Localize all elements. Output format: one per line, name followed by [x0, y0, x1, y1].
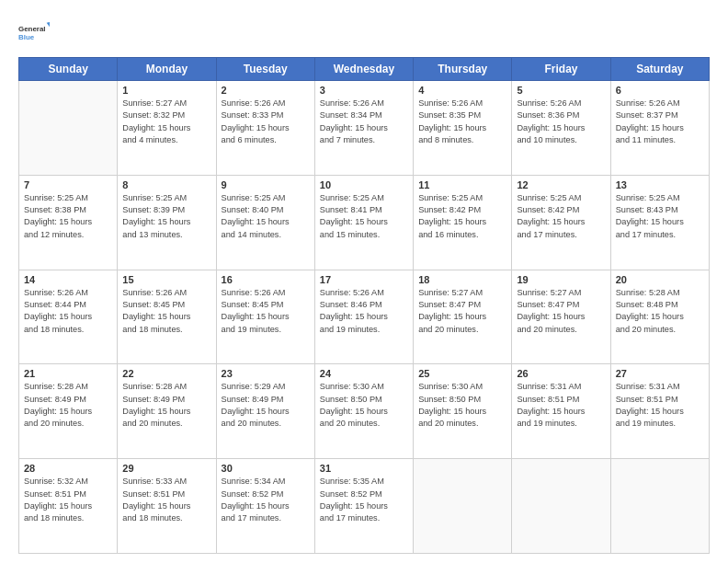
day-content: Sunrise: 5:29 AMSunset: 8:49 PMDaylight:… — [222, 381, 310, 430]
table-row: 24Sunrise: 5:30 AMSunset: 8:50 PMDayligh… — [314, 364, 413, 459]
day-content: Sunrise: 5:25 AMSunset: 8:38 PMDaylight:… — [24, 192, 112, 241]
calendar-week-row: 7Sunrise: 5:25 AMSunset: 8:38 PMDaylight… — [19, 175, 710, 270]
day-number: 11 — [418, 179, 506, 190]
col-monday: Monday — [118, 58, 216, 81]
day-number: 2 — [222, 85, 310, 96]
table-row: 1Sunrise: 5:27 AMSunset: 8:32 PMDaylight… — [118, 81, 216, 176]
col-sunday: Sunday — [19, 58, 118, 81]
table-row: 15Sunrise: 5:26 AMSunset: 8:45 PMDayligh… — [118, 270, 216, 364]
page: General Blue Sunday Monday Tuesday Wedne… — [0, 0, 728, 563]
day-number: 19 — [517, 274, 605, 285]
day-number: 4 — [418, 85, 506, 96]
table-row: 7Sunrise: 5:25 AMSunset: 8:38 PMDaylight… — [19, 175, 118, 270]
day-number: 13 — [616, 179, 704, 190]
day-content: Sunrise: 5:25 AMSunset: 8:41 PMDaylight:… — [320, 192, 408, 241]
table-row: 12Sunrise: 5:25 AMSunset: 8:42 PMDayligh… — [512, 175, 610, 270]
day-content: Sunrise: 5:25 AMSunset: 8:39 PMDaylight:… — [122, 192, 210, 241]
table-row: 3Sunrise: 5:26 AMSunset: 8:34 PMDaylight… — [314, 81, 413, 176]
day-number: 28 — [24, 463, 112, 474]
day-content: Sunrise: 5:27 AMSunset: 8:32 PMDaylight:… — [122, 98, 210, 146]
day-content: Sunrise: 5:25 AMSunset: 8:42 PMDaylight:… — [517, 192, 605, 241]
table-row: 17Sunrise: 5:26 AMSunset: 8:46 PMDayligh… — [314, 270, 413, 364]
day-content: Sunrise: 5:26 AMSunset: 8:34 PMDaylight:… — [320, 98, 408, 146]
day-number: 25 — [418, 368, 506, 379]
table-row: 26Sunrise: 5:31 AMSunset: 8:51 PMDayligh… — [512, 364, 610, 459]
table-row: 18Sunrise: 5:27 AMSunset: 8:47 PMDayligh… — [414, 270, 512, 364]
table-row — [19, 81, 118, 176]
day-number: 17 — [320, 274, 408, 285]
logo-icon: General Blue — [18, 17, 50, 48]
day-content: Sunrise: 5:26 AMSunset: 8:37 PMDaylight:… — [616, 98, 704, 146]
day-content: Sunrise: 5:33 AMSunset: 8:51 PMDaylight:… — [122, 476, 210, 524]
day-content: Sunrise: 5:25 AMSunset: 8:42 PMDaylight:… — [418, 192, 506, 241]
svg-marker-2 — [47, 22, 50, 28]
day-content: Sunrise: 5:34 AMSunset: 8:52 PMDaylight:… — [222, 476, 310, 524]
day-number: 1 — [122, 85, 210, 96]
day-number: 26 — [517, 368, 605, 379]
day-number: 3 — [320, 85, 408, 96]
day-number: 8 — [122, 179, 210, 190]
table-row: 14Sunrise: 5:26 AMSunset: 8:44 PMDayligh… — [19, 270, 118, 364]
day-number: 20 — [616, 274, 704, 285]
table-row: 6Sunrise: 5:26 AMSunset: 8:37 PMDaylight… — [610, 81, 709, 176]
table-row — [610, 459, 709, 554]
table-row: 13Sunrise: 5:25 AMSunset: 8:43 PMDayligh… — [610, 175, 709, 270]
day-number: 15 — [122, 274, 210, 285]
day-content: Sunrise: 5:26 AMSunset: 8:35 PMDaylight:… — [418, 98, 506, 146]
day-number: 7 — [24, 179, 112, 190]
day-content: Sunrise: 5:32 AMSunset: 8:51 PMDaylight:… — [24, 476, 112, 524]
table-row: 29Sunrise: 5:33 AMSunset: 8:51 PMDayligh… — [118, 459, 216, 554]
table-row: 2Sunrise: 5:26 AMSunset: 8:33 PMDaylight… — [216, 81, 314, 176]
day-content: Sunrise: 5:26 AMSunset: 8:36 PMDaylight:… — [517, 98, 605, 146]
table-row — [414, 459, 512, 554]
day-number: 22 — [122, 368, 210, 379]
day-number: 24 — [320, 368, 408, 379]
day-number: 30 — [222, 463, 310, 474]
calendar-week-row: 1Sunrise: 5:27 AMSunset: 8:32 PMDaylight… — [19, 81, 710, 176]
day-content: Sunrise: 5:31 AMSunset: 8:51 PMDaylight:… — [517, 381, 605, 430]
table-row: 9Sunrise: 5:25 AMSunset: 8:40 PMDaylight… — [216, 175, 314, 270]
calendar-week-row: 14Sunrise: 5:26 AMSunset: 8:44 PMDayligh… — [19, 270, 710, 364]
table-row: 28Sunrise: 5:32 AMSunset: 8:51 PMDayligh… — [19, 459, 118, 554]
table-row: 16Sunrise: 5:26 AMSunset: 8:45 PMDayligh… — [216, 270, 314, 364]
calendar-week-row: 21Sunrise: 5:28 AMSunset: 8:49 PMDayligh… — [19, 364, 710, 459]
day-content: Sunrise: 5:28 AMSunset: 8:49 PMDaylight:… — [122, 381, 210, 430]
day-number: 10 — [320, 179, 408, 190]
table-row: 31Sunrise: 5:35 AMSunset: 8:52 PMDayligh… — [314, 459, 413, 554]
day-content: Sunrise: 5:26 AMSunset: 8:46 PMDaylight:… — [320, 287, 408, 336]
day-number: 31 — [320, 463, 408, 474]
day-number: 9 — [222, 179, 310, 190]
day-content: Sunrise: 5:27 AMSunset: 8:47 PMDaylight:… — [418, 287, 506, 336]
table-row: 11Sunrise: 5:25 AMSunset: 8:42 PMDayligh… — [414, 175, 512, 270]
day-number: 6 — [616, 85, 704, 96]
day-number: 14 — [24, 274, 112, 285]
calendar-header-row: Sunday Monday Tuesday Wednesday Thursday… — [19, 58, 710, 81]
table-row: 27Sunrise: 5:31 AMSunset: 8:51 PMDayligh… — [610, 364, 709, 459]
col-friday: Friday — [512, 58, 610, 81]
day-content: Sunrise: 5:30 AMSunset: 8:50 PMDaylight:… — [320, 381, 408, 430]
day-content: Sunrise: 5:26 AMSunset: 8:33 PMDaylight:… — [222, 98, 310, 146]
day-content: Sunrise: 5:28 AMSunset: 8:48 PMDaylight:… — [616, 287, 704, 336]
header: General Blue — [18, 17, 710, 48]
table-row: 25Sunrise: 5:30 AMSunset: 8:50 PMDayligh… — [414, 364, 512, 459]
day-content: Sunrise: 5:26 AMSunset: 8:44 PMDaylight:… — [24, 287, 112, 336]
day-content: Sunrise: 5:35 AMSunset: 8:52 PMDaylight:… — [320, 476, 408, 524]
day-number: 5 — [517, 85, 605, 96]
svg-text:General: General — [18, 25, 46, 33]
col-tuesday: Tuesday — [216, 58, 314, 81]
table-row: 8Sunrise: 5:25 AMSunset: 8:39 PMDaylight… — [118, 175, 216, 270]
table-row: 30Sunrise: 5:34 AMSunset: 8:52 PMDayligh… — [216, 459, 314, 554]
day-number: 29 — [122, 463, 210, 474]
day-content: Sunrise: 5:31 AMSunset: 8:51 PMDaylight:… — [616, 381, 704, 430]
day-number: 21 — [24, 368, 112, 379]
day-content: Sunrise: 5:28 AMSunset: 8:49 PMDaylight:… — [24, 381, 112, 430]
calendar-table: Sunday Monday Tuesday Wednesday Thursday… — [18, 57, 710, 554]
day-content: Sunrise: 5:25 AMSunset: 8:40 PMDaylight:… — [222, 192, 310, 241]
table-row: 10Sunrise: 5:25 AMSunset: 8:41 PMDayligh… — [314, 175, 413, 270]
day-content: Sunrise: 5:30 AMSunset: 8:50 PMDaylight:… — [418, 381, 506, 430]
day-number: 16 — [222, 274, 310, 285]
calendar-week-row: 28Sunrise: 5:32 AMSunset: 8:51 PMDayligh… — [19, 459, 710, 554]
day-content: Sunrise: 5:26 AMSunset: 8:45 PMDaylight:… — [122, 287, 210, 336]
logo: General Blue — [18, 17, 50, 48]
day-number: 23 — [222, 368, 310, 379]
